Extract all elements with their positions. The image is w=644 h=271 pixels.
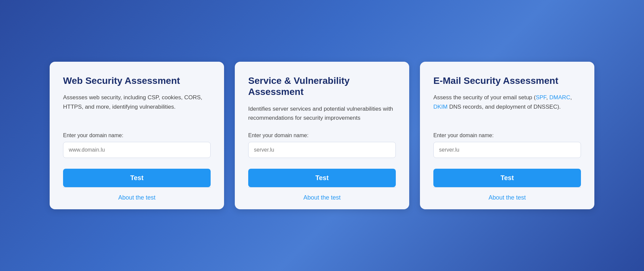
email-security-test-button[interactable]: Test <box>433 169 581 187</box>
email-security-input-section: Enter your domain name: <box>433 132 581 163</box>
dkim-link[interactable]: DKIM <box>433 104 448 110</box>
web-security-card: Web Security Assessment Assesses web sec… <box>50 62 224 210</box>
service-vulnerability-about-link[interactable]: About the test <box>303 194 340 201</box>
web-security-domain-label: Enter your domain name: <box>63 132 211 139</box>
email-security-domain-input[interactable] <box>433 142 581 158</box>
web-security-about-link[interactable]: About the test <box>118 194 155 201</box>
service-vulnerability-domain-input[interactable] <box>248 142 396 158</box>
web-security-title: Web Security Assessment <box>63 75 211 87</box>
spf-link[interactable]: SPF <box>536 94 546 101</box>
web-security-about-section: About the test <box>63 187 211 209</box>
service-vulnerability-description: Identifies server services and potential… <box>248 104 396 122</box>
email-security-domain-label: Enter your domain name: <box>433 132 581 139</box>
web-security-domain-input[interactable] <box>63 142 211 158</box>
email-security-card: E-Mail Security Assessment Assess the se… <box>420 62 594 210</box>
web-security-input-section: Enter your domain name: <box>63 132 211 163</box>
email-security-description: Assess the security of your email setup … <box>433 93 581 122</box>
web-security-test-button[interactable]: Test <box>63 169 211 187</box>
cards-container: Web Security Assessment Assesses web sec… <box>36 48 608 223</box>
email-security-about-section: About the test <box>433 187 581 209</box>
service-vulnerability-about-section: About the test <box>248 187 396 209</box>
service-vulnerability-card: Service & Vulnerability Assessment Ident… <box>235 62 409 210</box>
service-vulnerability-title: Service & Vulnerability Assessment <box>248 75 396 98</box>
web-security-description: Assesses web security, including CSP, co… <box>63 93 211 122</box>
service-vulnerability-test-button[interactable]: Test <box>248 169 396 187</box>
email-security-about-link[interactable]: About the test <box>488 194 526 201</box>
service-vulnerability-input-section: Enter your domain name: <box>248 132 396 163</box>
email-security-title: E-Mail Security Assessment <box>433 75 581 87</box>
dmarc-link[interactable]: DMARC <box>549 94 570 101</box>
service-vulnerability-domain-label: Enter your domain name: <box>248 132 396 139</box>
